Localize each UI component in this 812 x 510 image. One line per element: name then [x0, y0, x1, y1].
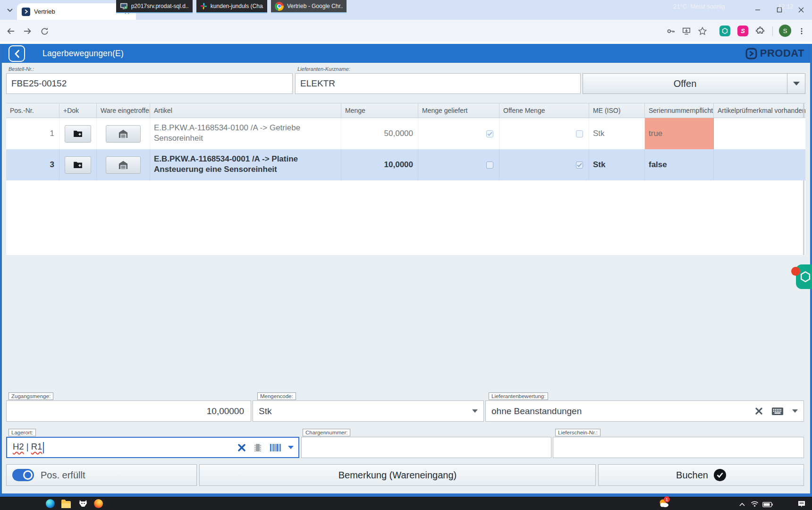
col-seriennummernpflicht: Seriennummernpflicht: [645, 103, 714, 118]
bewertung-arrow-icon[interactable]: [792, 409, 798, 413]
avatar-initial: S: [783, 27, 787, 34]
app-frame-bottom: [0, 493, 812, 497]
clear-icon[interactable]: [237, 443, 246, 452]
weather-badge: 1: [664, 496, 670, 502]
taskbar-window-chrome[interactable]: Vertrieb - Google Chr...: [271, 0, 347, 13]
zugangsmenge-input[interactable]: 10,00000: [6, 400, 251, 422]
col-artikel: Artikel: [150, 103, 341, 118]
ware-eingetroffen-button[interactable]: [106, 125, 141, 143]
install-app-icon[interactable]: [681, 26, 692, 36]
chip-icon[interactable]: [253, 442, 262, 453]
clear-icon[interactable]: [755, 407, 763, 415]
table-row[interactable]: 1 E.B.PKW.A-1168534-0100 /A -> Getriebe …: [6, 118, 805, 149]
taskbar-window-label: p2017srv.prodat-sql.d...: [131, 3, 189, 9]
lagerort-part1: H2: [13, 442, 24, 451]
add-document-button[interactable]: [65, 125, 91, 143]
battery-icon[interactable]: [762, 500, 773, 509]
edge-icon[interactable]: [45, 499, 55, 508]
hidden-icons-chevron-icon[interactable]: [737, 500, 747, 509]
white-animal-icon[interactable]: [78, 499, 88, 508]
profile-avatar[interactable]: S: [779, 25, 791, 37]
temperature: 21°C: [673, 3, 687, 10]
extensions-puzzle-icon[interactable]: [755, 26, 765, 36]
taskbar-window-label: Vertrieb - Google Chr...: [287, 3, 343, 9]
lieferant-input[interactable]: ELEKTR: [295, 73, 581, 94]
status-dropdown-arrow-icon[interactable]: [787, 74, 805, 94]
bookmark-star-icon[interactable]: [697, 26, 708, 36]
lagerort-value: H2 | R1: [7, 442, 44, 453]
artikel-line1: E.B.PKW.A-1168534-0100 /A -> Getriebe: [154, 123, 337, 133]
prodat-favicon-icon: [22, 8, 30, 16]
tray-weather-text[interactable]: 21°C Meist sonnig: [673, 0, 725, 13]
lagerort-arrow-icon[interactable]: [288, 446, 294, 449]
clock[interactable]: 12:12: [778, 0, 794, 13]
menge-geliefert-checkbox[interactable]: [486, 130, 493, 137]
menu-kebab-icon[interactable]: [796, 26, 807, 36]
zugangsmenge-value: 10,00000: [207, 406, 244, 416]
tab-search-icon[interactable]: [4, 4, 16, 17]
ware-eingetroffen-button[interactable]: [106, 156, 141, 174]
col-offene-menge: Offene Menge: [499, 103, 589, 118]
bemerkung-label: Bemerkung (Wareneingang): [338, 470, 457, 481]
warehouse-icon: [118, 129, 128, 138]
lieferant-value: ELEKTR: [296, 78, 335, 89]
mengencode-arrow-icon[interactable]: [472, 409, 478, 413]
chargennummer-input[interactable]: [301, 437, 551, 458]
cell-pruefmerkmal: [714, 118, 805, 149]
lagerort-separator: |: [26, 442, 29, 451]
lieferant-label: Lieferanten-Kurzname:: [297, 66, 350, 72]
app-back-button[interactable]: [8, 45, 25, 62]
firefox-icon[interactable]: [93, 499, 103, 508]
pos-erfuellt-toggle[interactable]: [12, 469, 34, 481]
cell-artikel: E.B.PKW.A-1168534-0100 /A -> Getriebe Se…: [150, 118, 341, 149]
hexagon-icon: [799, 271, 812, 283]
bestell-nr-input[interactable]: FBE25-00152: [6, 73, 293, 94]
cell-pos: 1: [6, 118, 59, 149]
password-key-icon[interactable]: [666, 26, 676, 36]
pos-erfuellt-panel: Pos. erfüllt: [6, 464, 197, 486]
chargennummer-label: Chargennummer:: [303, 429, 350, 436]
extension-pink-icon[interactable]: S: [737, 26, 748, 36]
lieferschein-input[interactable]: [553, 437, 804, 458]
cell-dok: [59, 149, 97, 180]
menge-geliefert-checkbox[interactable]: [486, 162, 493, 169]
extension-pink-letter: S: [741, 27, 745, 34]
add-document-button[interactable]: [65, 156, 91, 174]
reload-icon[interactable]: [38, 25, 51, 37]
mengencode-label: Mengencode:: [257, 392, 296, 400]
offene-menge-checkbox[interactable]: [576, 162, 583, 169]
close-icon[interactable]: [790, 0, 812, 20]
minimize-icon[interactable]: [747, 0, 769, 20]
forward-icon[interactable]: [21, 25, 34, 37]
buchen-button[interactable]: Buchen: [598, 464, 804, 486]
taskbar-window-rdp[interactable]: p2017srv.prodat-sql.d...: [116, 0, 193, 13]
back-icon[interactable]: [5, 25, 17, 37]
extension-teal-icon[interactable]: [719, 26, 730, 36]
action-center-icon[interactable]: [797, 499, 806, 509]
weather-condition: Meist sonnig: [690, 3, 725, 10]
windows-taskbar: [0, 497, 812, 510]
table-header: Pos.-Nr. +Dok Ware eingetroffer Artikel …: [6, 103, 805, 118]
taskbar-window-slack[interactable]: kunden-junduls (Cha...: [196, 0, 267, 13]
mengencode-select[interactable]: Stk: [253, 400, 484, 422]
cell-pruefmerkmal: [714, 149, 805, 180]
status-dropdown[interactable]: Offen: [583, 73, 805, 94]
lagerort-input[interactable]: H2 | R1: [6, 437, 299, 458]
bestell-nr-label: Bestell-Nr.:: [8, 66, 34, 72]
col-artikelpruefmerkmal: Artikelprüfmerkmal vorhanden: [714, 103, 805, 118]
artikel-line2: Sensoreinheit: [154, 133, 337, 144]
table-row-selected[interactable]: 3 E.B.PKW.A-1168534-0001 /A -> Platine A…: [6, 149, 805, 180]
offene-menge-checkbox[interactable]: [576, 130, 583, 137]
lieferantenbewertung-combo[interactable]: ohne Beanstandungen: [485, 400, 804, 422]
check-circle-icon: [714, 469, 726, 481]
cell-ware: [97, 149, 150, 180]
barcode-icon[interactable]: [270, 443, 281, 452]
status-value[interactable]: Offen: [583, 74, 787, 94]
folder-plus-icon: [73, 130, 83, 137]
artikel-line1: E.B.PKW.A-1168534-0001 /A -> Platine: [154, 154, 337, 164]
file-explorer-icon[interactable]: [61, 500, 71, 509]
keyboard-icon[interactable]: [771, 407, 784, 416]
cell-seriennummernpflicht: false: [645, 149, 714, 180]
bemerkung-button[interactable]: Bemerkung (Wareneingang): [199, 464, 596, 486]
wifi-icon[interactable]: [750, 499, 759, 509]
